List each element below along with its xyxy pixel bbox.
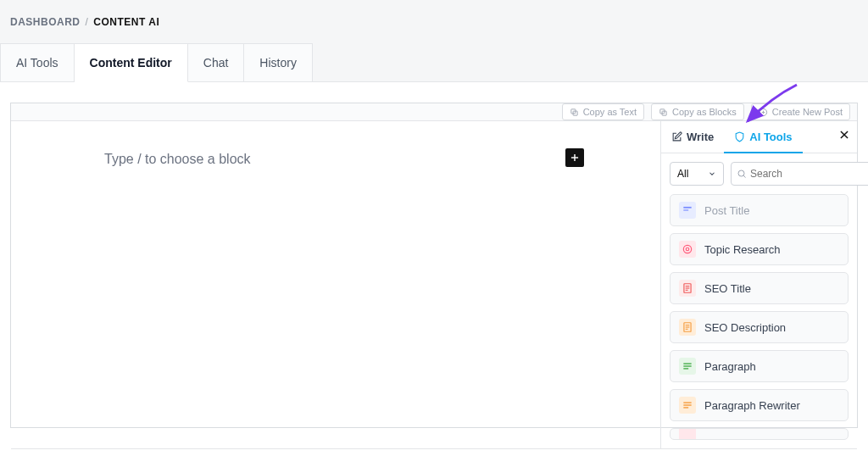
- search-input[interactable]: [747, 168, 868, 180]
- create-new-post-button[interactable]: Create New Post: [751, 103, 850, 120]
- tool-label: SEO Description: [704, 321, 786, 334]
- breadcrumb-separator: /: [86, 16, 89, 28]
- shield-icon: [734, 131, 745, 142]
- edit-icon: [671, 131, 682, 142]
- tab-content-editor[interactable]: Content Editor: [75, 43, 188, 82]
- tool-label: Paragraph Rewriter: [704, 399, 800, 412]
- breadcrumb-root[interactable]: DASHBOARD: [10, 16, 81, 28]
- ai-tools-tab[interactable]: AI Tools: [724, 122, 802, 153]
- ai-tools-tab-label: AI Tools: [749, 131, 792, 143]
- write-tab[interactable]: Write: [661, 121, 724, 153]
- write-tab-label: Write: [687, 131, 714, 143]
- add-block-button[interactable]: [565, 148, 584, 167]
- tool-icon: [679, 397, 696, 414]
- ai-tools-panel: Write AI Tools All /: [660, 121, 857, 448]
- tool-list: Post TitleTopic ResearchSEO TitleSEO Des…: [661, 194, 857, 448]
- tool-item[interactable]: Paragraph Rewriter: [670, 389, 849, 421]
- tool-item[interactable]: SEO Description: [670, 311, 849, 343]
- tool-icon: [679, 428, 696, 440]
- close-icon: [838, 129, 850, 141]
- tab-ai-tools[interactable]: AI Tools: [0, 43, 75, 81]
- svg-rect-13: [683, 207, 691, 209]
- breadcrumb-current: CONTENT AI: [93, 16, 159, 28]
- filter-value: All: [677, 168, 688, 180]
- create-new-post-label: Create New Post: [772, 107, 843, 117]
- main-tabs: AI Tools Content Editor Chat History: [0, 43, 868, 82]
- filter-select[interactable]: All: [670, 162, 724, 186]
- tool-item[interactable]: SEO Title: [670, 272, 849, 304]
- copy-as-text-button[interactable]: Copy as Text: [562, 103, 644, 120]
- editor-footer: RM Content Editor: [11, 448, 857, 456]
- svg-point-15: [683, 245, 691, 253]
- tab-chat[interactable]: Chat: [188, 43, 245, 81]
- block-placeholder: Type / to choose a block: [104, 152, 251, 166]
- svg-point-11: [738, 170, 744, 176]
- editor-toolbar: Copy as Text Copy as Blocks Create New P…: [11, 103, 857, 121]
- tool-item[interactable]: Paragraph: [670, 350, 849, 382]
- tool-item[interactable]: [670, 428, 849, 440]
- tool-label: Post Title: [704, 204, 749, 217]
- tool-label: Paragraph: [704, 360, 756, 373]
- copy-icon: [570, 108, 579, 117]
- tool-item[interactable]: Topic Research: [670, 233, 849, 265]
- search-icon: [737, 169, 747, 179]
- tool-label: Topic Research: [704, 243, 781, 256]
- tool-icon: [679, 202, 696, 219]
- close-panel-button[interactable]: [838, 129, 850, 144]
- tool-icon: [679, 319, 696, 336]
- editor-card: Copy as Text Copy as Blocks Create New P…: [10, 103, 858, 428]
- tool-label: SEO Title: [704, 282, 751, 295]
- side-controls: All /: [661, 153, 857, 194]
- search-input-wrap[interactable]: /: [731, 162, 868, 186]
- breadcrumb: DASHBOARD / CONTENT AI: [0, 0, 868, 44]
- plus-circle-icon: [759, 108, 768, 117]
- content-area[interactable]: Type / to choose a block: [11, 121, 660, 448]
- tool-icon: [679, 358, 696, 375]
- copy-as-text-label: Copy as Text: [583, 107, 637, 117]
- svg-line-12: [743, 175, 745, 177]
- side-panel-tabs: Write AI Tools: [661, 121, 857, 153]
- editor-body: Type / to choose a block Write AI Tools: [11, 121, 857, 448]
- tool-icon: [679, 280, 696, 297]
- chevron-down-icon: [708, 170, 716, 178]
- tab-history[interactable]: History: [244, 43, 313, 81]
- tool-item[interactable]: Post Title: [670, 194, 849, 226]
- copy-icon: [659, 108, 668, 117]
- svg-point-16: [686, 247, 689, 251]
- copy-as-blocks-label: Copy as Blocks: [672, 107, 737, 117]
- svg-rect-14: [683, 209, 688, 210]
- plus-icon: [569, 152, 581, 164]
- tool-icon: [679, 241, 696, 258]
- copy-as-blocks-button[interactable]: Copy as Blocks: [651, 103, 744, 120]
